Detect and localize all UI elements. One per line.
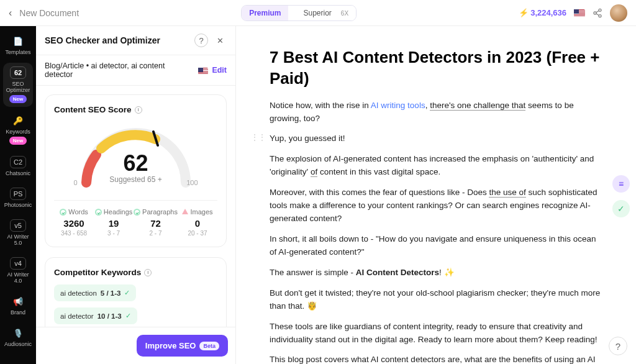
flag-icon[interactable]	[574, 9, 585, 17]
doc-paragraph: Notice how, with the rise in AI writing …	[270, 99, 602, 125]
keyword-chip[interactable]: ai detector 10 / 1-3✓	[54, 307, 137, 324]
gauge-max: 100	[186, 179, 198, 186]
warn-icon	[182, 209, 188, 214]
seo-score-icon: 62	[10, 66, 26, 79]
plan-premium[interactable]: Premium	[242, 6, 288, 20]
underlined-text: of	[311, 167, 317, 177]
competitor-keywords-card: Competitor Keywords i ai detection 5 / 1…	[45, 257, 227, 327]
check-icon	[134, 209, 140, 216]
svg-point-0	[599, 9, 601, 11]
improve-seo-button[interactable]: Improve SEO Beta	[137, 335, 228, 357]
rail-chatsonic[interactable]: C2 Chatsonic	[3, 152, 33, 180]
svg-point-1	[594, 12, 596, 14]
new-badge: New	[9, 95, 27, 103]
doc-title[interactable]: New Document	[19, 8, 79, 18]
help-icon[interactable]: ?	[194, 34, 208, 47]
seo-score-title: Content SEO Score i	[54, 105, 217, 114]
help-bubble[interactable]: ?	[609, 337, 627, 355]
doc-paragraph: The answer is simple - AI Content Detect…	[270, 266, 602, 280]
panel-footer: Improve SEO Beta	[36, 327, 235, 364]
check-icon: ✓	[124, 289, 130, 297]
stat-images: Images 0 20 - 37	[178, 208, 217, 237]
grammar-check-icon[interactable]: ✓	[612, 200, 630, 217]
plan-switch[interactable]: Premium Superior6X	[241, 5, 357, 21]
photosonic-icon: PS	[10, 188, 26, 200]
stat-paragraphs: Paragraphs 72 2 - 7	[134, 208, 178, 237]
outline-icon[interactable]: ≡	[612, 175, 630, 193]
rail-audiosonic[interactable]: 🎙️ Audiosonic	[3, 323, 33, 351]
check-icon: ✓	[125, 312, 131, 320]
gauge-min: 0	[74, 179, 78, 186]
templates-icon: 📄	[10, 35, 26, 47]
doc-paragraph: Moreover, with this comes the fear of qu…	[270, 186, 602, 225]
back-chevron-icon[interactable]: ‹	[9, 7, 12, 19]
underlined-link-text: This blog post covers what AI content de…	[270, 355, 596, 364]
v5-icon: v5	[10, 219, 26, 232]
ai-writing-tools-link[interactable]: AI writing tools	[371, 101, 425, 110]
info-icon[interactable]: i	[144, 269, 152, 276]
chatsonic-icon: C2	[10, 156, 26, 168]
credits-counter[interactable]: ⚡3,224,636	[519, 8, 566, 17]
stat-headings: Headings 19 3 - 7	[94, 208, 134, 237]
rail-seo-optimizer[interactable]: 62 SEO Optimizer New	[3, 63, 33, 107]
doc-paragraph: These tools are like guardians of conten…	[270, 321, 602, 347]
competitor-keywords-title: Competitor Keywords i	[54, 268, 217, 277]
plan-superior[interactable]: Superior6X	[288, 6, 356, 20]
stat-words: Words 3260 343 - 658	[54, 208, 94, 237]
rail-aiwriter5[interactable]: v5 AI Writer 5.0	[3, 216, 33, 250]
rail-photosonic[interactable]: PS Photosonic	[3, 184, 33, 212]
check-icon	[95, 209, 102, 216]
edit-link[interactable]: Edit	[212, 66, 227, 75]
doc-h1[interactable]: 7 Best AI Content Detectors in 2023 (Fre…	[270, 47, 602, 89]
keywords-icon: 🔑	[10, 114, 26, 127]
audio-icon: 🎙️	[10, 327, 26, 339]
doc-paragraph: Yup, you guessed it!	[270, 132, 602, 145]
doc-paragraph: But don't get it twisted; they're not yo…	[270, 287, 602, 313]
avatar[interactable]	[610, 4, 627, 22]
close-icon[interactable]: ✕	[213, 34, 227, 47]
rail-brand[interactable]: 📢 Brand	[3, 291, 33, 319]
flag-icon	[198, 68, 208, 75]
new-badge: New	[9, 137, 27, 145]
keyword-chip[interactable]: ai detection 5 / 1-3✓	[54, 284, 136, 301]
rail-aiwriter4[interactable]: v4 AI Writer 4.0	[3, 253, 33, 288]
v4-icon: v4	[10, 257, 26, 270]
rail-templates[interactable]: 📄 Templates	[3, 31, 33, 59]
siderail: 📄 Templates 62 SEO Optimizer New 🔑 Keywo…	[0, 26, 36, 364]
drag-handle-icon[interactable]: ⋮⋮	[251, 132, 266, 143]
doc-paragraph: This blog post covers what AI content de…	[270, 353, 602, 364]
panel-header: SEO Checker and Optimizer ? ✕	[36, 26, 235, 55]
panel-subheader: Blog/Article • ai detector, ai content d…	[36, 55, 235, 86]
seo-gauge: 62 Suggested 65 + 0 100	[74, 121, 198, 189]
gauge-score-value: 62	[74, 150, 198, 176]
info-icon[interactable]: i	[135, 106, 142, 114]
doc-paragraph: The explosion of AI-generated content ha…	[270, 153, 602, 179]
content-type-keywords: Blog/Article • ai detector, ai content d…	[45, 61, 194, 79]
rail-keywords[interactable]: 🔑 Keywords New	[3, 111, 33, 148]
content-stats-row: Words 3260 343 - 658 Headings 19 3 - 7 P…	[54, 200, 217, 237]
gauge-suggested: Suggested 65 +	[74, 175, 198, 184]
doc-paragraph: In short, it all boils down to - "How do…	[270, 233, 602, 259]
seo-score-card: Content SEO Score i 62 Suggested 65 +	[45, 94, 227, 247]
megaphone-icon: 📢	[10, 295, 26, 307]
floating-actions: ≡ ✓	[612, 175, 630, 217]
underlined-text: the use of	[489, 188, 525, 198]
share-icon[interactable]	[593, 8, 602, 18]
document-editor[interactable]: ⋮⋮ 7 Best AI Content Detectors in 2023 (…	[236, 26, 636, 364]
svg-point-2	[599, 14, 601, 17]
check-icon	[60, 209, 66, 216]
seo-panel: SEO Checker and Optimizer ? ✕ Blog/Artic…	[36, 26, 236, 364]
panel-title: SEO Checker and Optimizer	[45, 35, 189, 45]
beta-badge: Beta	[199, 342, 219, 350]
underlined-text: there's one challenge that	[430, 101, 525, 111]
topbar: ‹ New Document Premium Superior6X ⚡3,224…	[0, 0, 636, 26]
